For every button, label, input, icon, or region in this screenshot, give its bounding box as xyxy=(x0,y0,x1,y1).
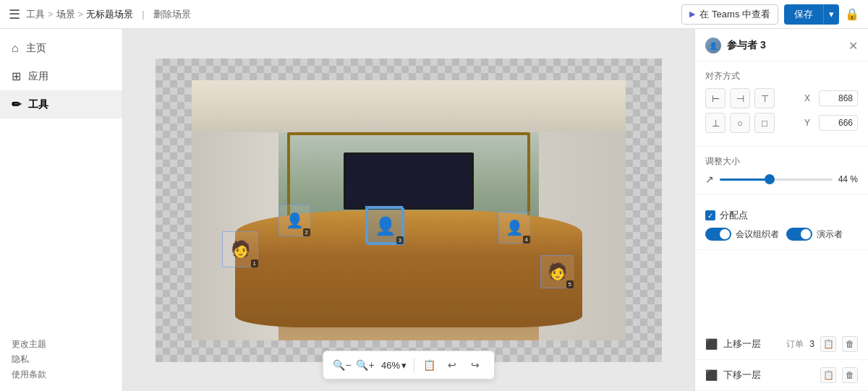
assign-point-label: 分配点 xyxy=(720,209,748,222)
apps-icon: ⊞ xyxy=(12,69,21,83)
copy-down-layer-button[interactable]: 📋 xyxy=(820,367,836,383)
align-row-2: ⊥ ○ □ Y xyxy=(705,113,858,133)
toolbar-separator-1 xyxy=(414,358,414,372)
align-bottom-button[interactable]: □ xyxy=(754,113,775,133)
canvas-toolbar: 🔍− 🔍+ 46% ▾ 📋 ↩ ↪ xyxy=(323,351,495,379)
size-section: 调整大小 ↗ 44 % xyxy=(695,147,868,194)
x-input[interactable] xyxy=(819,90,858,106)
move-up-layer-row[interactable]: ⬛ 上移一层 订单 3 📋 🗑 xyxy=(695,329,868,360)
breadcrumb-tool[interactable]: 工具 xyxy=(26,8,45,21)
teams-label: 在 Teams 中查看 xyxy=(699,8,770,21)
presenter-label: 演示者 xyxy=(817,228,843,241)
move-down-layer-row[interactable]: ⬛ 下移一层 📋 🗑 xyxy=(695,360,868,391)
footer-theme[interactable]: 更改主题 xyxy=(12,338,111,351)
participant-avatar: 👤 xyxy=(705,38,721,53)
close-panel-button[interactable]: ✕ xyxy=(848,39,858,53)
sidebar-label-home: 主页 xyxy=(26,42,46,55)
canvas-area: 🧑 1 👤 2 👤 3 xyxy=(123,29,694,391)
size-label: 调整大小 xyxy=(705,155,858,168)
y-input[interactable] xyxy=(819,115,858,131)
align-top-button[interactable]: ⊥ xyxy=(705,113,726,133)
breadcrumb-scene[interactable]: 场景 xyxy=(56,8,75,21)
y-label: Y xyxy=(804,118,814,128)
tv-screen xyxy=(346,155,472,207)
zoom-in-button[interactable]: 🔍+ xyxy=(355,355,375,375)
size-percent: 44 % xyxy=(838,174,858,184)
alignment-section: 对齐方式 ⊢ ⊣ ⊤ X ⊥ ○ □ Y xyxy=(695,61,868,147)
align-left-button[interactable]: ⊢ xyxy=(705,88,726,108)
order-label: 订单 xyxy=(786,338,804,351)
presenter-toggle-item: 演示者 xyxy=(786,228,843,241)
zoom-dropdown-icon: ▾ xyxy=(401,360,407,371)
align-right-button[interactable]: ⊤ xyxy=(754,88,775,108)
organizer-label: 会议组织者 xyxy=(736,228,779,241)
size-slider[interactable] xyxy=(720,179,833,181)
resize-icon: ↗ xyxy=(705,173,714,185)
sidebar-nav: ⌂ 主页 ⊞ 应用 ✏ 工具 xyxy=(0,29,122,124)
order-value: 3 xyxy=(809,339,814,349)
assign-point-row: ✓ 分配点 xyxy=(705,209,858,222)
copy-layer-button[interactable]: 📋 xyxy=(820,336,836,352)
zoom-value: 46% xyxy=(381,360,400,371)
breadcrumb-sep1: > xyxy=(48,9,54,20)
home-icon: ⌂ xyxy=(12,42,19,55)
teams-preview-button[interactable]: ▶ 在 Teams 中查看 xyxy=(681,4,778,25)
panel-title: 👤 参与者 3 xyxy=(705,38,766,53)
move-up-left: ⬛ 上移一层 xyxy=(705,338,761,351)
align-center-h-button[interactable]: ⊣ xyxy=(730,88,750,108)
sidebar-label-tools: 工具 xyxy=(28,98,48,111)
canvas-container[interactable]: 🧑 1 👤 2 👤 3 xyxy=(156,59,662,362)
organizer-toggle-item: 会议组织者 xyxy=(705,228,779,241)
sidebar: ⌂ 主页 ⊞ 应用 ✏ 工具 更改主题 隐私 使用条款 xyxy=(0,29,123,391)
move-up-label: 上移一层 xyxy=(723,338,761,351)
zoom-out-button[interactable]: 🔍− xyxy=(332,355,352,375)
delete-down-layer-button[interactable]: 🗑 xyxy=(842,367,858,383)
panel-title-text: 参与者 3 xyxy=(727,39,766,52)
undo-button[interactable]: ↩ xyxy=(442,355,462,375)
footer-privacy[interactable]: 隐私 xyxy=(12,353,111,366)
copy-button[interactable]: 📋 xyxy=(419,355,439,375)
participant-5[interactable]: 🧑 5 xyxy=(540,255,574,288)
move-up-right: 订单 3 📋 🗑 xyxy=(786,336,858,352)
topbar-left: ☰ 工具 > 场景 > 无标题场景 | 删除场景 xyxy=(9,7,191,22)
save-dropdown-button[interactable]: ▾ xyxy=(823,4,839,25)
lock-icon[interactable]: 🔒 xyxy=(845,7,859,21)
move-up-icon: ⬛ xyxy=(705,338,718,350)
move-down-icon: ⬛ xyxy=(705,369,718,381)
size-row: ↗ 44 % xyxy=(705,173,858,185)
menu-icon[interactable]: ☰ xyxy=(9,7,20,22)
x-label: X xyxy=(804,93,814,103)
participant-4[interactable]: 👤 4 xyxy=(498,212,530,244)
panel-spacer xyxy=(695,250,868,329)
save-button[interactable]: 保存 xyxy=(784,4,823,25)
main-layout: ⌂ 主页 ⊞ 应用 ✏ 工具 更改主题 隐私 使用条款 xyxy=(0,29,868,391)
participant-3[interactable]: 👤 3 xyxy=(365,206,403,244)
zoom-level[interactable]: 46% ▾ xyxy=(378,360,409,371)
assign-point-checkbox[interactable]: ✓ xyxy=(705,210,715,220)
breadcrumb-divider: | xyxy=(142,9,144,20)
delete-layer-button[interactable]: 🗑 xyxy=(842,336,858,352)
move-down-right: 📋 🗑 xyxy=(820,367,858,383)
move-down-label: 下移一层 xyxy=(723,369,761,382)
breadcrumb-current: 无标题场景 xyxy=(86,8,133,21)
participant-1[interactable]: 🧑 1 xyxy=(222,231,258,267)
breadcrumb-sep2: > xyxy=(78,9,84,20)
panel-header: 👤 参与者 3 ✕ xyxy=(695,29,868,61)
participant-2[interactable]: 👤 2 xyxy=(278,205,310,236)
right-panel: 👤 参与者 3 ✕ 对齐方式 ⊢ ⊣ ⊤ X ⊥ ○ □ Y xyxy=(694,29,868,391)
delete-scene-button[interactable]: 删除场景 xyxy=(153,8,191,21)
footer-terms[interactable]: 使用条款 xyxy=(12,369,111,381)
move-down-left: ⬛ 下移一层 xyxy=(705,369,761,382)
redo-button[interactable]: ↪ xyxy=(465,355,485,375)
organizer-toggle[interactable] xyxy=(705,228,731,241)
sidebar-item-tools[interactable]: ✏ 工具 xyxy=(0,90,122,119)
align-row-1: ⊢ ⊣ ⊤ X xyxy=(705,88,858,108)
presenter-toggle[interactable] xyxy=(786,228,812,241)
tv-frame xyxy=(344,152,474,210)
assign-point-section: ✓ 分配点 会议组织者 演示者 xyxy=(695,194,868,250)
sidebar-item-apps[interactable]: ⊞ 应用 xyxy=(0,62,122,90)
align-middle-v-button[interactable]: ○ xyxy=(730,113,750,133)
tools-icon: ✏ xyxy=(12,98,21,111)
play-icon: ▶ xyxy=(689,9,695,19)
sidebar-item-home[interactable]: ⌂ 主页 xyxy=(0,35,122,62)
